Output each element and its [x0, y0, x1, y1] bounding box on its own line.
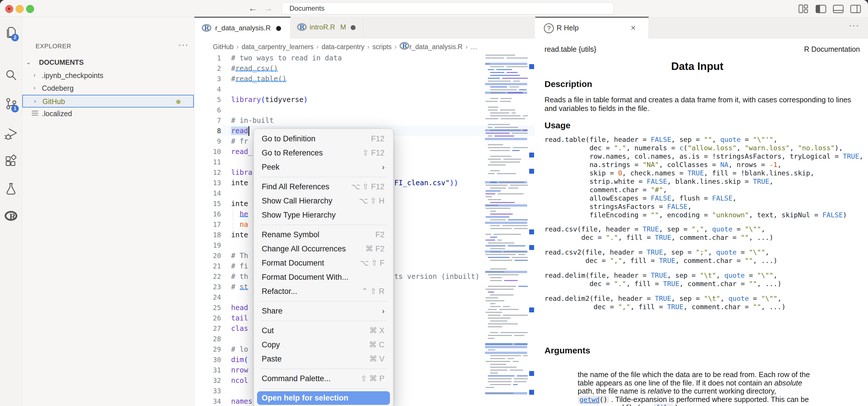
sidebar-item-github[interactable]: ›GitHub — [22, 95, 194, 108]
help-link[interactable]: file — [656, 404, 672, 406]
breadcrumb-item[interactable]: data_carpentry_learners — [242, 43, 313, 51]
line-number[interactable]: 16 — [194, 209, 221, 219]
sidebar-item-ipynb_checkpoints[interactable]: ›.ipynb_checkpoints — [22, 69, 194, 82]
line-number[interactable]: 9 — [194, 136, 221, 146]
line-number[interactable]: 12 — [194, 167, 221, 178]
line-number[interactable]: 19 — [194, 240, 221, 251]
forward-icon[interactable]: → — [264, 3, 273, 14]
menu-item-format-document[interactable]: Format Document⌥ ⇧ F — [254, 256, 393, 270]
line-number[interactable]: 1 — [194, 53, 221, 63]
argument-description-line: path, the file name is relative to the c… — [578, 387, 776, 395]
usage-heading: Usage — [545, 120, 570, 130]
line-number[interactable]: 23 — [194, 282, 221, 292]
sidebar-item-testing[interactable] — [0, 179, 22, 198]
tab-r-data-analysis[interactable]: R r_data_analysis.R — [194, 17, 290, 39]
code-token: na — [240, 220, 248, 229]
line-number[interactable]: 8 — [194, 126, 221, 136]
line-number[interactable]: 6 — [194, 105, 221, 115]
menu-item-cut[interactable]: Cut⌘ X — [254, 324, 393, 338]
file-icon — [32, 111, 38, 116]
sidebar-item-run-debug[interactable] — [0, 124, 22, 143]
sidebar-item-explorer[interactable]: 2 — [0, 23, 22, 42]
menu-item-show-type-hierarchy[interactable]: Show Type Hierarchy — [254, 208, 393, 222]
close-icon[interactable]: × — [630, 23, 636, 33]
line-number[interactable]: 20 — [194, 251, 221, 261]
close-window-button[interactable] — [5, 5, 13, 13]
menu-item-find-all-references[interactable]: Find All References⌥ ⇧ F12 — [254, 180, 393, 194]
line-number[interactable]: 14 — [194, 188, 221, 199]
minimap[interactable] — [485, 53, 528, 405]
sidebar-item-codeberg[interactable]: ›Codeberg — [22, 82, 194, 95]
line-number[interactable]: 26 — [194, 313, 221, 323]
line-number[interactable]: 13 — [194, 178, 221, 188]
line-number[interactable]: 25 — [194, 302, 221, 313]
line-number[interactable]: 29 — [194, 344, 221, 354]
menu-item-refactor[interactable]: Refactor...⌃ ⇧ R — [254, 284, 393, 298]
menu-item-copy[interactable]: Copy⌘ C — [254, 338, 393, 352]
line-number[interactable]: 17 — [194, 219, 221, 230]
minimize-window-button[interactable] — [16, 5, 24, 13]
breadcrumb-item[interactable]: scripts — [372, 43, 392, 51]
section-documents[interactable]: ⌄ DOCUMENTS — [26, 59, 194, 68]
customize-layout-icon[interactable] — [798, 3, 810, 15]
toggle-panel-icon[interactable] — [832, 3, 844, 15]
toggle-secondary-sidebar-icon[interactable] — [849, 3, 862, 15]
line-number[interactable]: 32 — [194, 375, 221, 386]
line-number[interactable]: 11 — [194, 157, 221, 167]
sidebar-item-localized[interactable]: .localized — [22, 108, 194, 120]
line-number[interactable]: 4 — [194, 84, 221, 94]
line-number[interactable]: 2 — [194, 63, 221, 74]
explorer-more-icon[interactable]: ··· — [178, 39, 189, 50]
toggle-primary-sidebar-icon[interactable] — [815, 3, 827, 15]
menu-divider — [260, 177, 387, 177]
breadcrumb-item[interactable]: GitHub — [213, 43, 234, 51]
line-number[interactable]: 31 — [194, 365, 221, 375]
line-number[interactable]: 3 — [194, 74, 221, 84]
sidebar-item-search[interactable] — [0, 66, 22, 84]
breadcrumb-file[interactable]: r_data_analysis.R — [409, 43, 462, 51]
line-number[interactable]: 10 — [194, 146, 221, 157]
tab-introR[interactable]: R introR.R M — [290, 17, 363, 38]
line-number[interactable]: 34 — [194, 396, 221, 406]
menu-item-go-to-definition[interactable]: Go to DefinitionF12 — [254, 132, 393, 146]
back-icon[interactable]: ← — [248, 3, 257, 14]
line-number[interactable]: 18 — [194, 230, 221, 240]
menu-item-show-call-hierarchy[interactable]: Show Call Hierarchy⌥ ⇧ H — [254, 194, 393, 208]
menu-item-change-all-occurrences[interactable]: Change All Occurrences⌘ F2 — [254, 242, 393, 256]
panel-tabstrip: ? R Help × ··· — [535, 17, 868, 38]
line-number[interactable]: 33 — [194, 386, 221, 396]
line-number[interactable]: 30 — [194, 354, 221, 365]
dirty-dot-icon[interactable] — [276, 26, 281, 31]
line-number[interactable]: 28 — [194, 334, 221, 344]
code-token: # lo — [231, 345, 248, 353]
breadcrumb-tail[interactable]: … — [470, 43, 477, 51]
sidebar-item-extensions[interactable] — [0, 152, 22, 170]
menu-item-rename-symbol[interactable]: Rename SymbolF2 — [254, 228, 393, 242]
menu-item-format-document-with[interactable]: Format Document With... — [254, 270, 393, 284]
menu-item-open-help-for-selection[interactable]: Open help for selection — [257, 391, 390, 405]
menu-item-command-palette[interactable]: Command Palette...⇧ ⌘ P — [254, 372, 393, 386]
line-number[interactable]: 5 — [194, 94, 221, 105]
line-number[interactable]: 21 — [194, 261, 221, 271]
dirty-dot-icon[interactable] — [351, 25, 355, 30]
line-number[interactable]: 15 — [194, 199, 221, 209]
sidebar-item-source-control[interactable]: 1 — [0, 94, 22, 113]
line-number[interactable]: 22 — [194, 271, 221, 282]
window-title-field[interactable]: Documents — [282, 2, 614, 14]
line-number[interactable]: 7 — [194, 115, 221, 126]
menu-item-share[interactable]: Share› — [254, 304, 393, 318]
tab-r-help[interactable]: ? R Help × — [535, 17, 649, 39]
panel-more-icon[interactable]: ··· — [849, 20, 859, 30]
line-number[interactable]: 24 — [194, 292, 221, 302]
breadcrumb-item[interactable]: data-carpentry — [321, 43, 364, 51]
menu-item-peek[interactable]: Peek› — [254, 160, 393, 174]
menu-item-go-to-references[interactable]: Go to References⇧ F12 — [254, 146, 393, 160]
zoom-window-button[interactable] — [26, 5, 34, 13]
help-link[interactable]: getwd — [580, 396, 599, 403]
line-number[interactable]: 27 — [194, 323, 221, 334]
menu-shortcut: ⌥ ⇧ F12 — [351, 180, 384, 194]
sidebar-item-r-environment[interactable]: R — [0, 207, 22, 225]
code-token: inte — [231, 231, 248, 239]
menu-item-paste[interactable]: Paste⌘ V — [254, 352, 393, 366]
menu-shortcut: ⌘ X — [369, 324, 384, 338]
